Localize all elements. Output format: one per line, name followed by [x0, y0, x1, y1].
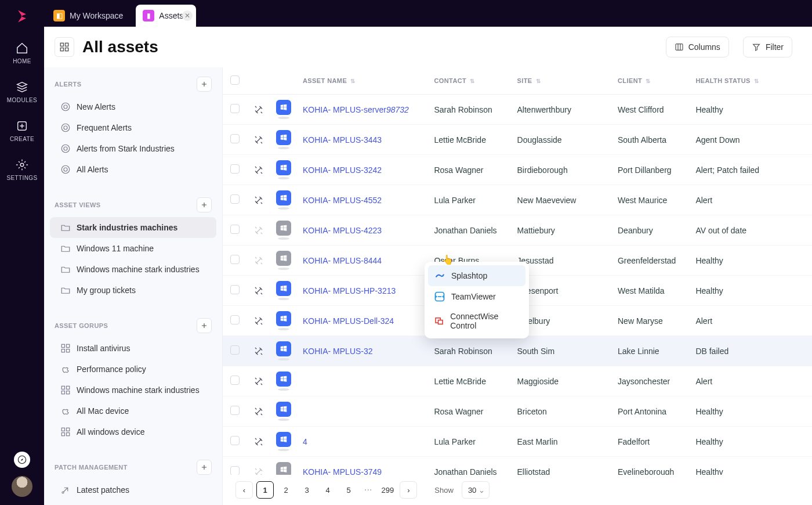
row-checkbox[interactable]	[230, 376, 240, 385]
tab-workspace[interactable]: ◧ My Workspace	[46, 5, 136, 27]
row-checkbox[interactable]	[230, 406, 240, 415]
page-prev[interactable]: ‹	[235, 481, 253, 499]
sidebar-group-3[interactable]: All Mac device	[50, 401, 216, 421]
asset-link[interactable]: KOHIA- MPLUS-3443	[303, 135, 382, 145]
page-2[interactable]: 2	[277, 481, 295, 499]
sidebar-alert-1[interactable]: Frequent Alerts	[50, 117, 216, 138]
asset-link[interactable]: KOHIA- MPLUS-3242	[303, 165, 382, 175]
rail-create[interactable]: CREATE	[10, 120, 34, 142]
col-site[interactable]: SITE⇅	[512, 67, 612, 95]
compass-button[interactable]	[14, 452, 30, 468]
sidebar-group-1[interactable]: Performance policy	[50, 359, 216, 380]
sidebar-view-3[interactable]: My group tickets	[50, 280, 216, 301]
row-checkbox[interactable]	[230, 194, 240, 204]
sidebar-patch-0[interactable]: Latest patches	[50, 479, 216, 500]
table-row[interactable]: KOHIA- MPLUS-3242 Rosa Wagner Birdieboro…	[223, 155, 812, 185]
asset-link[interactable]: 4	[303, 437, 307, 446]
close-tab-icon[interactable]: ✕	[182, 10, 193, 21]
remote-tools-icon[interactable]	[253, 285, 264, 297]
row-checkbox[interactable]	[230, 225, 240, 234]
table-row[interactable]: KOHIA- MPLUS-4223 Jonathan Daniels Matti…	[223, 215, 812, 246]
asset-link[interactable]: KOHIA- MPLUS-HP-3213	[303, 286, 396, 295]
add-view-button[interactable]	[197, 197, 212, 212]
asset-link[interactable]: KOHIA- MPLUS-32	[303, 347, 373, 356]
row-checkbox[interactable]	[230, 436, 240, 445]
cell-site: Maggioside	[512, 366, 612, 396]
remote-tools-icon[interactable]	[253, 376, 264, 387]
ctx-splashtop[interactable]: Splashtop	[428, 265, 525, 286]
cell-site: Elliotstad	[512, 457, 612, 475]
sidebar-view-2[interactable]: Windows machine stark industries	[50, 259, 216, 280]
cell-site: Briceton	[512, 396, 612, 427]
columns-button[interactable]: Columns	[666, 37, 729, 57]
page-1[interactable]: 1	[256, 481, 274, 499]
cell-site: Birdieborough	[512, 155, 612, 185]
row-checkbox[interactable]	[230, 315, 240, 324]
rail-home[interactable]: HOME	[13, 42, 31, 64]
col-client[interactable]: CLIENT⇅	[612, 67, 690, 95]
remote-tools-icon[interactable]	[253, 225, 264, 236]
page-size-select[interactable]: 30	[462, 481, 490, 499]
asset-link[interactable]: KOHIA- MPLUS-8444	[303, 256, 382, 265]
page-next[interactable]: ›	[400, 481, 417, 499]
asset-link[interactable]: KOHIA- MPLUS-server98732	[303, 105, 409, 114]
row-checkbox[interactable]	[230, 164, 240, 174]
row-checkbox[interactable]	[230, 285, 240, 294]
row-checkbox[interactable]	[230, 134, 240, 143]
asset-link[interactable]: KOHIA- MPLUS-4223	[303, 226, 382, 235]
table-row[interactable]: KOHIA- MPLUS-4552 Lula Parker New Maevev…	[223, 185, 812, 215]
select-all-checkbox[interactable]	[230, 75, 240, 85]
rail-modules[interactable]: MODULES	[7, 81, 37, 103]
sidebar-group-2[interactable]: Windows machine stark industries	[50, 380, 216, 401]
row-checkbox[interactable]	[230, 466, 240, 475]
asset-link[interactable]: KOHIA- MPLUS-4552	[303, 196, 382, 205]
add-patch-button[interactable]	[197, 460, 212, 475]
sidebar-alert-0[interactable]: New Alerts	[50, 96, 216, 117]
remote-tools-icon[interactable]	[253, 255, 264, 266]
page-3[interactable]: 3	[298, 481, 316, 499]
remote-tools-icon[interactable]	[253, 406, 264, 417]
sidebar-patch-1[interactable]: Installed patches	[50, 500, 216, 505]
table-row[interactable]: KOHIA- MPLUS-32 Sarah Robinson South Sim…	[223, 336, 812, 366]
remote-tools-icon[interactable]	[253, 104, 264, 116]
row-checkbox[interactable]	[230, 255, 240, 264]
remote-tools-icon[interactable]	[253, 134, 264, 146]
ctx-teamviewer[interactable]: TeamViewer	[428, 286, 525, 307]
sidebar-alert-3[interactable]: All Alerts	[50, 159, 216, 180]
remote-tools-icon[interactable]	[253, 194, 264, 206]
col-asset-name[interactable]: ASSET NAME⇅	[297, 67, 428, 95]
sidebar-alert-2[interactable]: Alerts from Stark Industries	[50, 138, 216, 159]
tab-assets[interactable]: ▮ Assets ✕	[136, 5, 196, 27]
col-health[interactable]: HEALTH STATUS⇅	[690, 67, 812, 95]
table-row[interactable]: KOHIA- MPLUS-3443 Lettie McBride Douglas…	[223, 125, 812, 155]
asset-link[interactable]: KOHIA- MPLUS-3749	[303, 467, 382, 475]
row-checkbox[interactable]	[230, 104, 240, 113]
asset-link[interactable]: KOHIA- MPLUS-Dell-324	[303, 316, 394, 326]
table-row[interactable]: KOHIA- MPLUS-3749 Jonathan Daniels Ellio…	[223, 457, 812, 475]
remote-tools-icon[interactable]	[253, 436, 264, 448]
page-5[interactable]: 5	[340, 481, 357, 499]
remote-tools-icon[interactable]	[253, 164, 264, 176]
rail-settings[interactable]: SETTINGS	[6, 158, 37, 181]
page-4[interactable]: 4	[319, 481, 336, 499]
add-alert-button[interactable]	[197, 77, 212, 92]
add-group-button[interactable]	[197, 318, 212, 333]
remote-tools-icon[interactable]	[253, 466, 264, 475]
table-row[interactable]: Rosa Wagner Briceton Port Antonina Healt…	[223, 396, 812, 427]
sidebar-group-0[interactable]: Install antivirus	[50, 338, 216, 359]
remote-tools-icon[interactable]	[253, 345, 264, 357]
table-row[interactable]: 4 Lula Parker East Marlin Fadelfort Heal…	[223, 427, 812, 457]
page-last[interactable]: 299	[379, 481, 396, 499]
remote-tools-icon[interactable]	[253, 315, 264, 327]
table-row[interactable]: Lettie McBride Maggioside Jaysonchester …	[223, 366, 812, 396]
user-avatar[interactable]	[12, 476, 32, 497]
filter-button[interactable]: Filter	[743, 37, 792, 57]
ctx-connectwise[interactable]: ConnectWise Control	[428, 307, 525, 335]
sidebar-view-1[interactable]: Windows 11 machine	[50, 238, 216, 259]
cell-contact: Lula Parker	[428, 427, 511, 457]
sidebar-group-4[interactable]: All windows device	[50, 421, 216, 442]
sidebar-view-0[interactable]: Stark industries machines	[50, 217, 216, 238]
col-contact[interactable]: CONTACT⇅	[428, 67, 511, 95]
table-row[interactable]: KOHIA- MPLUS-server98732 Sarah Robinson …	[223, 95, 812, 125]
row-checkbox[interactable]	[230, 345, 240, 355]
